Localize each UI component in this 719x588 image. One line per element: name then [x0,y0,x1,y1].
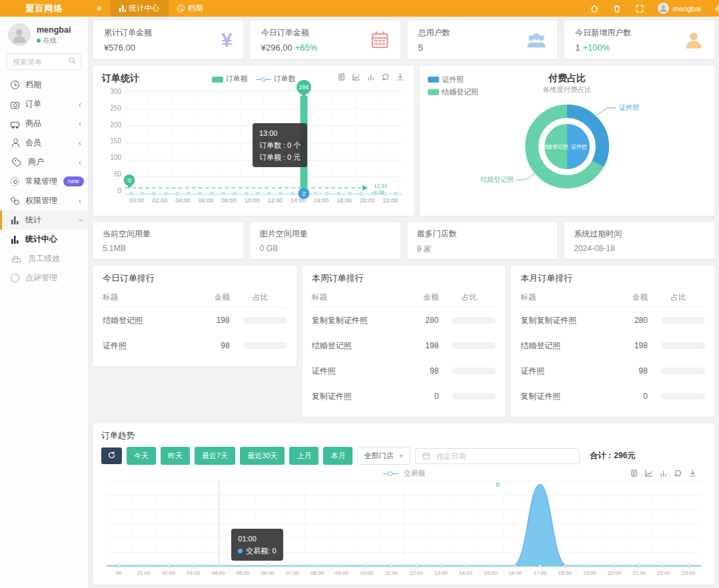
store-select[interactable]: 全部门店 ▼ [357,447,410,465]
series-point [337,192,340,195]
avatar[interactable] [8,23,31,46]
today-order-rank: 今日订单排行标题金额占比结婚登记照198证件照98 [93,266,297,366]
sidebar-item-members[interactable]: 会员‹ [0,133,88,152]
sidebar-item-general-management[interactable]: 常规管理new [0,172,88,191]
x-tick: 08:00 [311,570,324,576]
online-status: 在线 [37,36,71,45]
sidebar-item-merchants[interactable]: 商户‹ [0,152,88,172]
filter-button-yesterday[interactable]: 昨天 [161,447,190,465]
legend-order-count[interactable]: 订单数 [256,74,296,84]
clock-icon [11,81,19,89]
average-markline [125,187,362,188]
row-share-bar [234,342,287,349]
trash-icon[interactable] [612,4,622,13]
series-point [241,564,245,567]
progress-track [661,368,705,374]
row-amount: 98 [408,366,442,376]
bar-chart-icon[interactable] [659,469,668,477]
row-amount: 198 [408,341,442,350]
tab-label: 统计中心 [129,3,160,13]
filter-button-last-30-days[interactable]: 最近30天 [240,447,285,465]
series-point [612,564,616,567]
table-row: 复制复制证件照280 [312,308,496,333]
pie-callout-line-right [594,108,616,117]
filter-button-last-7-days[interactable]: 最近7天 [195,447,235,465]
row-title: 结婚登记照 [520,340,617,352]
sidebar-item-orders[interactable]: 订单‹ [0,95,88,114]
user-menu[interactable]: mengbai [658,3,701,14]
line-chart-icon[interactable] [644,469,653,477]
save-image-icon[interactable] [688,469,697,477]
yen-icon: ¥ [221,30,233,50]
data-view-icon[interactable] [630,469,638,477]
stat-card-label: 今日新增用户数 [575,27,631,39]
row-amount: 198 [199,316,234,325]
x-tick: 19:00 [583,570,596,576]
y-tick: 200 [110,121,121,129]
username: mengbai [673,5,701,13]
restore-icon[interactable] [674,469,682,477]
filter-button-last-month[interactable]: 上月 [289,447,319,465]
sidebar-item-products[interactable]: 商品‹ [0,114,88,133]
series-point [563,564,566,567]
tooltip-series-dot [238,549,243,553]
yen-glyph: ¥ [221,30,233,50]
calendar-icon [370,30,390,50]
tab-stats-center[interactable]: 统计中心 [110,0,169,17]
tab-schedule[interactable]: 档期 [169,0,212,17]
sidebar-item-schedule[interactable]: 档期 [0,75,88,95]
stat-card-value: 1+100% [575,43,631,53]
table-row: 复制证件照0 [312,384,496,409]
trend-chart: 交易额 01:00 交易额: 0 [101,469,706,581]
sidebar-item-review-management[interactable]: 点评管理 [0,268,88,288]
stat-card-label: 累计订单金额 [104,27,152,39]
col-share-header: 占比 [652,292,705,302]
new-badge: new [63,176,84,186]
x-tick: 12:00 [268,197,283,204]
sidebar-item-statistics[interactable]: 统计‹ [0,210,88,230]
start-value-pin: 0 [124,174,135,186]
filter-button-today[interactable]: 今天 [127,447,156,465]
x-tick: 04:00 [175,197,191,204]
bars-icon [119,5,126,12]
y-tick: 300 [110,88,121,95]
save-image-icon[interactable] [396,73,404,81]
date-picker [415,448,580,464]
progress-track [661,342,705,349]
sidebar-item-stats-center[interactable]: 统计中心 [0,230,88,249]
order-trend-card: 订单趋势 今天昨天最近7天最近30天上月本月 全部门店 ▼ 合计：296元 交易… [93,424,714,585]
y-tick: 250 [110,105,121,112]
restore-icon[interactable] [381,73,390,81]
trend-legend[interactable]: 交易额 [382,469,425,478]
filter-button-this-month[interactable]: 本月 [323,447,353,465]
order-chart-legend: 订单额 订单数 [212,74,296,84]
line-chart-icon[interactable] [352,73,360,81]
order-count-pin: 2 [299,188,310,199]
sidebar-item-label: 权限管理 [25,195,57,206]
legend-order-amount[interactable]: 订单额 [212,74,248,84]
bar-chart-icon[interactable] [366,73,375,81]
data-view-icon[interactable] [337,73,346,81]
sidebar-item-staff-performance[interactable]: 员工绩效 [0,249,88,268]
date-input[interactable] [435,451,573,461]
sidebar-item-permission-management[interactable]: 权限管理‹ [0,191,88,210]
hamburger-menu-icon[interactable]: ≡ [89,3,110,13]
stat-card-today-order-amount: 今日订单金额¥296.00+65% [251,21,400,59]
trend-plot: 01:00 交易额: 0 [107,481,701,566]
payment-share-card: 证件照结婚登记照 付费占比 各维度付费占比 结婚登记照 证件照 证件照 [420,66,714,216]
sidebar-menu: 档期订单‹商品‹会员‹商户‹常规管理new权限管理‹统计‹统计中心员工绩效点评管… [0,75,88,288]
stat-card-delta: +65% [295,43,318,53]
sidebar-username: mengbai [37,24,71,37]
row-title: 证件照 [103,340,199,352]
donut-chart[interactable]: 结婚登记照 证件照 证件照 结婚登记照 [420,82,714,208]
gear-icon[interactable] [714,4,719,13]
expand-icon[interactable] [635,4,644,13]
x-axis-labels: 00:0002:0004:0006:0008:0010:0012:0014:00… [125,197,402,206]
home-icon[interactable] [590,4,599,13]
search-icon[interactable] [68,57,77,65]
refresh-button[interactable] [101,447,122,464]
series-point [245,192,248,195]
series-point [256,192,259,195]
col-amount-header: 金额 [408,292,442,302]
row-title: 复制复制证件照 [312,315,408,326]
